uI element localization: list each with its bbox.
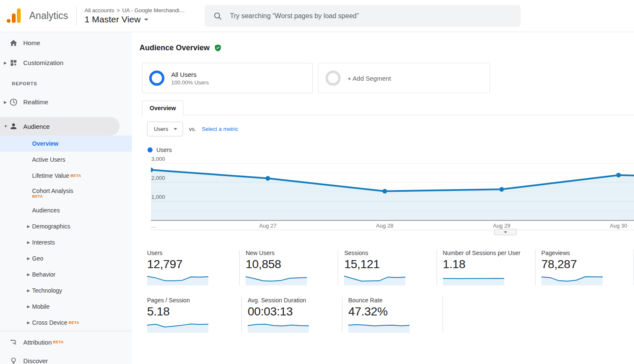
breadcrumb: All accounts > UA - Google Merchandi… 1 … xyxy=(77,7,185,24)
scorecard-label: Bounce Rate xyxy=(348,297,437,304)
chevron-right-icon[interactable]: ▶ xyxy=(27,240,32,244)
sidebar-item-label: Geo xyxy=(32,255,43,262)
beta-badge: BETA xyxy=(53,340,64,344)
tab-bar: Overview xyxy=(142,100,634,115)
sidebar-item-audiences[interactable]: Audiences xyxy=(0,202,132,218)
scorecard-pageviews[interactable]: Pageviews 78,287 xyxy=(536,250,634,285)
data-point[interactable] xyxy=(265,176,270,181)
scorecard-avg-session-duration[interactable]: Avg. Session Duration 00:03:13 xyxy=(242,297,342,333)
scorecard-users[interactable]: Users 12,797 xyxy=(147,250,240,285)
chevron-right-icon[interactable]: ▶ xyxy=(27,288,32,293)
sidebar-item-audience[interactable]: ▼ Audience xyxy=(0,117,120,136)
sidebar-item-interests[interactable]: ▶ Interests xyxy=(0,234,132,250)
tab-overview[interactable]: Overview xyxy=(142,101,183,115)
scorecard-sessions-per-user[interactable]: Number of Sessions per User 1.18 xyxy=(437,250,536,285)
sidebar-item-overview[interactable]: Overview xyxy=(0,136,132,152)
sidebar-item-label: Audience xyxy=(23,123,50,130)
sidebar-item-discover[interactable]: Discover xyxy=(0,351,132,364)
axis-expand-button[interactable] xyxy=(494,229,517,235)
chart-legend: Users xyxy=(148,147,634,153)
scorecard-sessions[interactable]: Sessions 15,121 xyxy=(338,250,437,285)
scorecard-label: Number of Sessions per User xyxy=(443,250,529,256)
select-a-metric-link[interactable]: Select a metric xyxy=(202,126,238,132)
data-point[interactable] xyxy=(499,187,504,192)
chevron-right-icon[interactable]: ▶ xyxy=(0,61,8,65)
vs-label: vs. xyxy=(189,126,196,132)
sidebar-item-attribution[interactable]: Attribution BETA xyxy=(0,333,132,351)
chevron-down-icon xyxy=(504,231,507,233)
analytics-logo-icon[interactable] xyxy=(5,8,27,24)
segment-subtitle: 100.00% Users xyxy=(171,79,209,86)
scorecard-value: 78,287 xyxy=(541,258,628,271)
x-tick-label: Aug 28 xyxy=(376,223,394,229)
scorecard-bounce-rate[interactable]: Bounce Rate 47.32% xyxy=(342,297,443,333)
search-icon xyxy=(213,11,222,21)
view-selector[interactable]: 1 Master View xyxy=(85,14,185,24)
data-point[interactable] xyxy=(616,173,621,177)
chevron-right-icon[interactable]: ▶ xyxy=(27,224,32,228)
sidebar-item-realtime[interactable]: ▶ Realtime xyxy=(0,92,132,112)
chevron-right-icon[interactable]: ▶ xyxy=(27,304,32,309)
users-over-time-chart: 1,0002,0003,000 …Aug 27Aug 28Aug 29Aug 3… xyxy=(151,158,634,230)
sidebar-item-cohort-analysis[interactable]: Cohort Analysis BETA xyxy=(0,184,132,202)
realtime-clock-icon xyxy=(8,97,19,107)
chart-plot-area[interactable]: 1,0002,0003,000 xyxy=(151,158,634,221)
scorecard-value: 47.32% xyxy=(348,305,437,318)
beta-badge: BETA xyxy=(71,174,81,178)
scorecard-value: 10,858 xyxy=(246,258,332,271)
chevron-right-icon[interactable]: ▶ xyxy=(27,272,32,277)
home-icon xyxy=(8,38,19,48)
chevron-right-icon[interactable]: ▶ xyxy=(27,256,32,261)
sidebar-item-technology[interactable]: ▶ Technology xyxy=(0,283,132,299)
sidebar-item-label: Cross Device xyxy=(32,319,67,326)
sidebar-item-cross-device[interactable]: ▶ Cross Device BETA xyxy=(0,315,132,331)
sidebar-item-label: Overview xyxy=(32,140,58,147)
segment-all-users[interactable]: All Users 100.00% Users xyxy=(142,63,313,93)
chevron-right-icon[interactable]: ▶ xyxy=(0,100,8,104)
sidebar-item-customization[interactable]: ▶ Customization xyxy=(0,53,132,73)
discover-lightbulb-icon xyxy=(8,356,19,364)
search-input[interactable] xyxy=(230,12,512,20)
attribution-icon xyxy=(8,337,19,347)
metric-dropdown-value: Users xyxy=(154,126,168,132)
metric-dropdown[interactable]: Users xyxy=(147,122,183,136)
sidebar-item-label: Active Users xyxy=(32,156,66,163)
beta-badge: BETA xyxy=(32,194,43,198)
scorecard-value: 12,797 xyxy=(147,258,233,271)
sidebar-item-active-users[interactable]: Active Users xyxy=(0,152,132,168)
sidebar-item-label: Mobile xyxy=(32,303,49,310)
sidebar-item-label: Attribution xyxy=(23,339,52,346)
sidebar-item-label: Interests xyxy=(32,239,55,246)
x-tick-label: Aug 27 xyxy=(259,223,276,229)
breadcrumb-all-accounts[interactable]: All accounts xyxy=(85,7,114,14)
sidebar-nav: Home ▶ Customization REPORTS ▶ xyxy=(0,32,132,364)
scorecard-label: New Users xyxy=(246,250,332,256)
scorecard-pages-per-session[interactable]: Pages / Session 5.18 xyxy=(147,297,242,333)
scorecard-value: 15,121 xyxy=(344,258,430,271)
sidebar-item-geo[interactable]: ▶ Geo xyxy=(0,250,132,266)
reports-section-label: REPORTS xyxy=(12,81,132,86)
legend-dot-icon xyxy=(148,147,153,152)
legend-label: Users xyxy=(156,147,172,153)
sidebar-item-home[interactable]: Home xyxy=(0,33,132,53)
page-title: Audience Overview xyxy=(139,43,210,52)
scorecard-new-users[interactable]: New Users 10,858 xyxy=(240,250,338,285)
breadcrumb-account[interactable]: UA - Google Merchandi… xyxy=(122,7,185,14)
chevron-right-icon[interactable]: ▶ xyxy=(27,321,32,325)
sparkline-chart xyxy=(248,320,309,333)
add-segment-button[interactable]: + Add Segment xyxy=(318,63,490,93)
sidebar-item-label: Lifetime Value xyxy=(32,172,69,179)
sidebar-item-behavior[interactable]: ▶ Behavior xyxy=(0,266,132,283)
sidebar-item-lifetime-value[interactable]: Lifetime Value BETA xyxy=(0,168,132,184)
chevron-down-icon[interactable]: ▼ xyxy=(0,124,8,128)
sidebar-item-mobile[interactable]: ▶ Mobile xyxy=(0,299,132,315)
search-bar[interactable] xyxy=(205,5,521,27)
sidebar-item-label: Customization xyxy=(23,59,63,66)
main-content: Audience Overview All Users 100.00% User… xyxy=(132,32,634,364)
scorecard-label: Users xyxy=(147,250,233,256)
data-point[interactable] xyxy=(383,189,387,193)
add-segment-label: + Add Segment xyxy=(347,75,391,82)
y-tick-label: 2,000 xyxy=(151,175,165,181)
sparkline-chart xyxy=(246,273,307,285)
sidebar-item-demographics[interactable]: ▶ Demographics xyxy=(0,218,132,234)
